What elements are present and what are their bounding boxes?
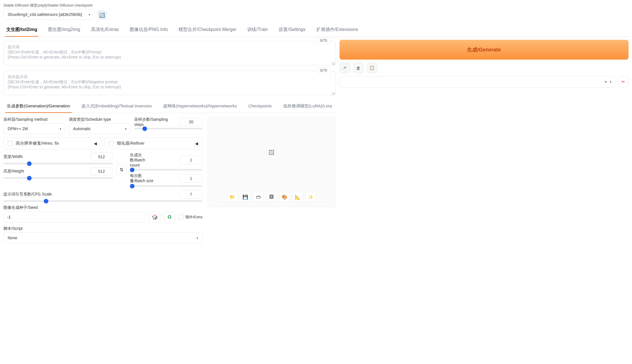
sparkle-icon: ✨ xyxy=(308,194,314,200)
sampler-value: DPM++ 2M xyxy=(8,126,28,131)
send-to-extras-button[interactable]: 📐 xyxy=(293,192,303,202)
upscale-button[interactable]: ✨ xyxy=(306,192,316,202)
hires-fix-label: 高分辨率修复/Hires. fix xyxy=(16,141,91,146)
swap-icon: ⇅ xyxy=(120,167,123,172)
swap-dimensions-button[interactable]: ⇅ xyxy=(116,165,127,175)
archive-icon: 🗃 xyxy=(256,194,261,199)
random-seed-button[interactable]: 🎲 xyxy=(149,211,160,223)
cfg-label: 提示词引导系数/CFG Scale xyxy=(3,192,52,197)
steps-label: 采样步数/Sampling steps xyxy=(134,117,168,127)
schedule-value: Automatic xyxy=(73,126,91,131)
interrogate-button[interactable]: ↗ xyxy=(339,63,350,73)
folder-icon: 📁 xyxy=(229,194,235,200)
dice-icon: 🎲 xyxy=(152,214,158,220)
prompt-token-counter: 0/75 xyxy=(317,38,330,43)
batch-count-value[interactable]: 1 xyxy=(180,156,202,164)
refiner-accordion[interactable]: 细化器/Refiner ◀ xyxy=(105,138,202,149)
open-folder-button[interactable]: 📁 xyxy=(227,192,237,202)
width-slider[interactable] xyxy=(3,163,113,164)
subtab-generation[interactable]: 生成参数(Generation)/Generation xyxy=(5,100,72,113)
schedule-label: 调度类型/Schedule type xyxy=(69,117,131,122)
collapse-icon: ◀ xyxy=(94,141,97,146)
script-select[interactable]: None ▾ xyxy=(3,232,202,243)
arrow-up-icon: ↗ xyxy=(343,65,347,70)
seed-extra-checkbox[interactable] xyxy=(179,215,184,220)
sampler-select[interactable]: DPM++ 2M ▾ xyxy=(3,123,65,134)
reuse-seed-button[interactable]: ♻ xyxy=(164,211,175,223)
checkpoint-refresh-button[interactable]: 🔄 xyxy=(97,10,107,20)
collapse-icon: ◀ xyxy=(195,141,198,146)
paste-button[interactable]: 📋 xyxy=(367,63,378,73)
tab-settings[interactable]: 设置/Settings xyxy=(277,24,306,37)
chevron-down-icon: ▾ xyxy=(610,80,611,84)
output-panel: 🖼 📁 💾 🗃 🖼 🎨 📐 ✨ xyxy=(208,117,335,207)
hires-fix-accordion[interactable]: 高分辨率修复/Hires. fix ◀ xyxy=(3,138,101,149)
clipboard-icon: 📋 xyxy=(369,65,375,70)
height-slider[interactable] xyxy=(3,177,113,179)
tab-pnginfo[interactable]: 图像信息/PNG Info xyxy=(129,24,169,37)
cfg-value[interactable]: 7 xyxy=(180,190,202,199)
batch-size-value[interactable]: 1 xyxy=(180,174,202,183)
recycle-icon: ♻ xyxy=(167,214,172,220)
save-button[interactable]: 💾 xyxy=(240,192,250,202)
steps-value[interactable]: 20 xyxy=(180,118,202,126)
output-image-placeholder: 🖼 xyxy=(208,117,335,188)
send-to-img2img-button[interactable]: 🖼 xyxy=(266,192,277,202)
chevron-down-icon: ▾ xyxy=(197,236,198,240)
tab-checkpoint-merger[interactable]: 模型合并/Checkpoint Merger xyxy=(177,24,238,37)
zip-button[interactable]: 🗃 xyxy=(253,192,264,202)
refresh-icon: 🔄 xyxy=(99,13,105,18)
seed-extra-label: 额外/Extra xyxy=(185,215,202,219)
checkpoint-value: 3Guofeng3_v34.safetensors [a83e25fe5b] xyxy=(8,12,82,17)
palette-icon: 🎨 xyxy=(282,194,287,200)
chevron-down-icon: ▾ xyxy=(89,13,90,16)
ruler-icon: 📐 xyxy=(295,194,301,200)
close-icon: × xyxy=(605,80,607,84)
clear-prompt-button[interactable]: 🗑 xyxy=(353,63,364,73)
tab-extensions[interactable]: 扩展插件/Extensions xyxy=(315,24,359,37)
subtab-hypernetworks[interactable]: 超网络(Hypernetworks)/Hypernetworks xyxy=(161,100,239,113)
batch-size-slider[interactable] xyxy=(130,185,202,187)
picture-icon: 🖼 xyxy=(269,194,274,199)
subtab-lora[interactable]: 低秩微调模型(LoRA)/Lora xyxy=(281,100,334,113)
tab-img2img[interactable]: 图生图/img2img xyxy=(47,24,81,37)
height-value[interactable]: 512 xyxy=(90,167,113,176)
negative-prompt-input[interactable] xyxy=(3,71,335,95)
tab-train[interactable]: 训练/Train xyxy=(246,24,269,37)
tab-extras[interactable]: 高清化/Extras xyxy=(90,24,120,37)
tab-txt2img[interactable]: 文生图/txt2img xyxy=(5,24,38,37)
generate-button[interactable]: 生成/Generate xyxy=(339,40,629,60)
width-value[interactable]: 512 xyxy=(90,153,113,161)
edit-styles-button[interactable]: ✏ xyxy=(618,76,629,87)
chevron-down-icon: ▾ xyxy=(125,127,127,130)
send-to-inpaint-button[interactable]: 🎨 xyxy=(279,192,290,202)
height-label: 高度/Height xyxy=(3,169,24,174)
subtab-checkpoints[interactable]: Checkpoints xyxy=(246,100,273,113)
cfg-slider[interactable] xyxy=(3,200,202,202)
batch-count-slider[interactable] xyxy=(130,169,202,170)
trash-icon: 🗑 xyxy=(356,66,360,70)
schedule-select[interactable]: Automatic ▾ xyxy=(69,123,131,134)
pencil-icon: ✏ xyxy=(621,79,625,84)
refiner-label: 细化器/Refiner xyxy=(117,141,192,146)
main-tabs: 文生图/txt2img 图生图/img2img 高清化/Extras 图像信息/… xyxy=(3,24,629,37)
subtab-textual-inversion[interactable]: 嵌入式(Embedding)/Textual Inversion xyxy=(80,100,154,113)
script-value: None xyxy=(8,236,17,240)
hires-fix-checkbox[interactable] xyxy=(8,141,13,146)
script-label: 脚本/Script xyxy=(3,226,202,231)
seed-label: 图像生成种子/Seed xyxy=(3,205,202,210)
seed-input[interactable] xyxy=(3,212,146,222)
styles-select[interactable]: × ▾ xyxy=(339,76,615,88)
batch-count-label: 生成次数/Batch count xyxy=(130,153,156,167)
checkpoint-select[interactable]: 3Guofeng3_v34.safetensors [a83e25fe5b] ▾ xyxy=(3,9,94,20)
refiner-checkbox[interactable] xyxy=(109,141,114,146)
image-icon: 🖼 xyxy=(268,149,275,157)
neg-prompt-token-counter: 0/75 xyxy=(317,67,330,73)
width-label: 宽度/Width xyxy=(3,154,23,159)
save-icon: 💾 xyxy=(243,194,248,200)
steps-slider[interactable] xyxy=(134,128,202,129)
chevron-down-icon: ▾ xyxy=(60,127,61,130)
prompt-input[interactable] xyxy=(3,41,335,65)
sub-tabs: 生成参数(Generation)/Generation 嵌入式(Embeddin… xyxy=(3,100,335,113)
checkpoint-label: Stable Diffusion 模型(ckpt)/Stable Diffusi… xyxy=(3,3,94,8)
